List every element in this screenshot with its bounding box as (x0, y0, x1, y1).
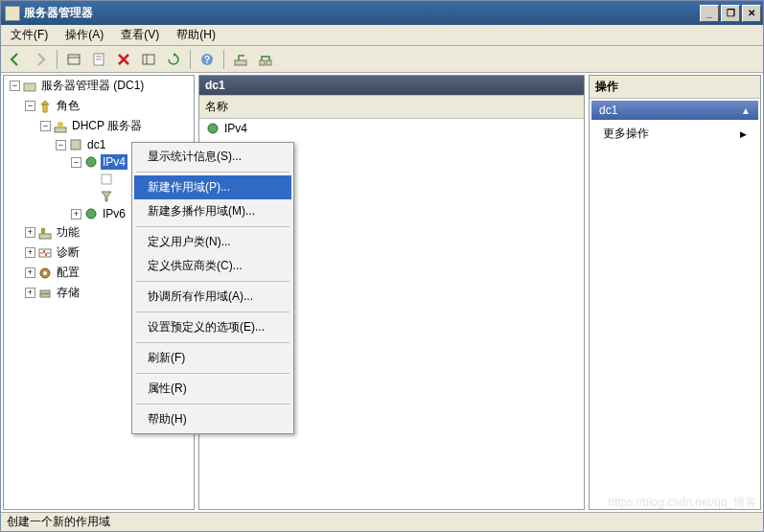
separator (136, 281, 289, 282)
tree-ipv4[interactable]: IPv4 (101, 154, 127, 170)
details-header: dc1 (199, 76, 584, 95)
expander-icon[interactable]: − (25, 101, 35, 111)
roles-icon (37, 99, 53, 114)
tree-config[interactable]: 配置 (55, 264, 81, 282)
server-icon (68, 137, 83, 152)
minimize-button[interactable]: _ (700, 5, 719, 22)
toolbar-dhcp1-icon[interactable] (230, 49, 251, 70)
cm-vendor-classes[interactable]: 定义供应商类(C)... (134, 254, 291, 278)
diagnostics-icon (37, 245, 53, 261)
svg-rect-12 (24, 83, 35, 91)
ipv6-icon (83, 206, 99, 221)
tree-diagnostics[interactable]: 诊断 (55, 243, 81, 262)
more-actions-label: 更多操作 (603, 126, 649, 142)
tree-ipv6[interactable]: IPv6 (101, 206, 127, 221)
statusbar: 创建一个新的作用域 (1, 512, 763, 531)
svg-rect-10 (260, 60, 265, 65)
options-icon (99, 172, 114, 187)
svg-point-23 (43, 271, 47, 275)
svg-rect-24 (40, 290, 50, 293)
features-icon (37, 225, 53, 241)
tree-dhcp[interactable]: DHCP 服务器 (70, 117, 144, 135)
actions-pane: 操作 dc1 ▲ 更多操作 ▶ (589, 75, 761, 510)
svg-rect-15 (71, 140, 81, 150)
delete-button[interactable] (113, 49, 134, 70)
toolbar-options-icon[interactable] (138, 49, 159, 70)
cm-new-scope[interactable]: 新建作用域(P)... (134, 175, 291, 199)
menu-action[interactable]: 操作(A) (59, 25, 109, 45)
svg-rect-5 (143, 55, 154, 64)
cm-reconcile[interactable]: 协调所有作用域(A)... (134, 285, 291, 309)
expander-icon[interactable]: − (10, 81, 20, 91)
forward-button[interactable] (30, 49, 51, 70)
svg-rect-9 (235, 60, 246, 65)
close-button[interactable]: ✕ (742, 5, 761, 22)
tree-ipv4-opt1[interactable] (116, 178, 120, 180)
expander-icon[interactable]: + (25, 288, 35, 298)
actions-sub-header[interactable]: dc1 ▲ (591, 101, 758, 120)
more-actions[interactable]: 更多操作 ▶ (590, 122, 760, 146)
cm-predefined[interactable]: 设置预定义的选项(E)... (134, 315, 291, 339)
refresh-button[interactable] (163, 49, 184, 70)
separator (136, 172, 289, 173)
svg-rect-13 (55, 127, 66, 132)
dhcp-icon (53, 119, 68, 134)
menubar: 文件(F) 操作(A) 查看(V) 帮助(H) (1, 25, 763, 46)
app-icon (5, 6, 20, 21)
menu-file[interactable]: 文件(F) (5, 25, 54, 45)
tree-server[interactable]: dc1 (85, 137, 107, 152)
svg-point-18 (86, 209, 96, 219)
expander-icon[interactable]: − (71, 157, 81, 168)
toolbar-pane-icon[interactable] (63, 49, 84, 70)
tree-ipv4-opt2[interactable] (116, 196, 120, 197)
cm-user-classes[interactable]: 定义用户类(N)... (134, 230, 291, 254)
status-text: 创建一个新的作用域 (7, 514, 110, 530)
separator (136, 342, 289, 343)
expander-icon[interactable]: − (40, 121, 51, 131)
expander-icon[interactable]: + (71, 209, 81, 220)
tree-features[interactable]: 功能 (55, 223, 81, 242)
toolbar: ? (1, 46, 763, 73)
ipv4-icon (83, 154, 99, 170)
toolbar-help-icon[interactable]: ? (197, 49, 218, 70)
cm-stats[interactable]: 显示统计信息(S)... (134, 145, 291, 169)
menu-view[interactable]: 查看(V) (115, 25, 165, 45)
back-button[interactable] (5, 49, 26, 70)
maximize-button[interactable]: ❐ (721, 5, 740, 22)
expander-icon[interactable]: + (25, 247, 35, 258)
menu-help[interactable]: 帮助(H) (171, 25, 221, 45)
cm-refresh[interactable]: 刷新(F) (134, 346, 291, 370)
separator (136, 404, 289, 405)
svg-rect-25 (40, 294, 50, 297)
svg-rect-17 (102, 174, 111, 184)
svg-rect-20 (41, 228, 45, 234)
svg-rect-0 (68, 55, 80, 64)
config-icon (37, 266, 53, 281)
expander-icon[interactable]: + (25, 267, 35, 278)
expander-icon[interactable]: − (56, 140, 66, 150)
ipv4-icon (205, 121, 220, 136)
chevron-up-icon: ▲ (741, 105, 751, 116)
tree-roles[interactable]: 角色 (55, 97, 81, 115)
separator (136, 312, 289, 312)
actions-header: 操作 (590, 76, 760, 99)
list-item[interactable]: IPv4 (199, 119, 584, 138)
tree-root-label[interactable]: 服务器管理器 (DC1) (39, 77, 146, 95)
cm-properties[interactable]: 属性(R) (134, 377, 291, 401)
svg-rect-11 (266, 60, 271, 65)
svg-point-16 (86, 157, 96, 167)
storage-icon (37, 286, 53, 301)
expander-icon[interactable]: + (25, 227, 35, 238)
actions-sub-label: dc1 (599, 104, 617, 117)
cm-new-multicast[interactable]: 新建多播作用域(M)... (134, 199, 291, 223)
toolbar-props-icon[interactable] (88, 49, 109, 70)
toolbar-dhcp2-icon[interactable] (255, 49, 276, 70)
server-manager-icon (22, 79, 37, 94)
titlebar: 服务器管理器 _ ❐ ✕ (1, 1, 763, 25)
body: − 服务器管理器 (DC1) − 角色 (1, 73, 763, 512)
svg-text:?: ? (204, 55, 210, 65)
cm-help[interactable]: 帮助(H) (134, 407, 291, 431)
chevron-right-icon: ▶ (740, 129, 747, 139)
column-header[interactable]: 名称 (199, 95, 584, 119)
tree-storage[interactable]: 存储 (55, 284, 81, 302)
